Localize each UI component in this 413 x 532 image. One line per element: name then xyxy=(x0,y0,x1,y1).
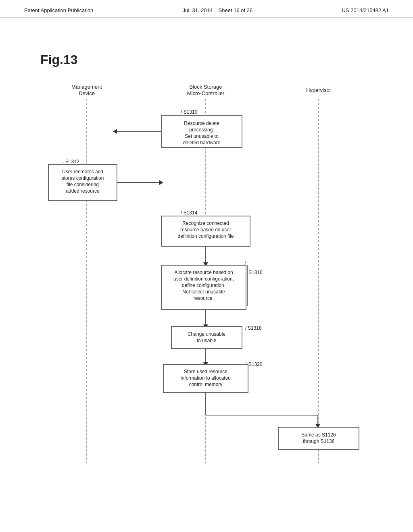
figure-title: Fig.13 xyxy=(40,52,77,67)
svg-text:to usable: to usable xyxy=(197,338,217,343)
arrowhead-right-s1314 xyxy=(159,180,163,185)
svg-text:added resource: added resource xyxy=(66,188,100,194)
svg-text:define configuration.: define configuration. xyxy=(182,283,225,288)
svg-text:resource based on user: resource based on user xyxy=(180,227,231,233)
header-patent-number: US 2014/215482 A1 xyxy=(342,7,389,13)
svg-text:/: / xyxy=(245,325,247,331)
svg-text:control memory: control memory xyxy=(189,382,223,387)
svg-text:Allocate resource based on: Allocate resource based on xyxy=(174,270,233,275)
page: Patent Application Publication Jul. 31, … xyxy=(0,0,413,532)
svg-text:definition configuration file: definition configuration file xyxy=(178,233,234,239)
svg-text:user definition configuration,: user definition configuration, xyxy=(173,276,234,282)
svg-text:stores configuration: stores configuration xyxy=(62,175,104,181)
step-label-s1318: S1318 xyxy=(248,325,262,331)
svg-text:information to allocated: information to allocated xyxy=(181,375,231,381)
step-label-s1310: / S1310 xyxy=(181,109,198,115)
svg-text:resource.: resource. xyxy=(194,295,214,301)
col-management-device: Management xyxy=(71,84,102,90)
svg-text:through S1136: through S1136 xyxy=(303,438,335,444)
svg-text:Set unusable to: Set unusable to xyxy=(185,133,219,139)
svg-text:deleted hardware: deleted hardware xyxy=(183,140,221,145)
svg-text:Store used resource: Store used resource xyxy=(184,369,227,374)
svg-text:file considering: file considering xyxy=(67,182,99,187)
svg-text:processing:: processing: xyxy=(189,127,214,133)
step-label-s1314: / S1314 xyxy=(181,210,198,216)
header-sheet: Sheet 16 of 26 xyxy=(219,7,253,13)
svg-text:Micro-Controller: Micro-Controller xyxy=(187,90,225,96)
svg-text:Change unusable: Change unusable xyxy=(188,331,225,337)
step-label-s1320: S1320 xyxy=(248,362,263,367)
step-label-s1316: S1316 xyxy=(248,270,263,275)
svg-text:.: . xyxy=(63,159,64,164)
header-publication: Patent Application Publication xyxy=(24,7,93,13)
col-block-storage: Block Storage xyxy=(190,84,222,90)
svg-text:Not select unusable: Not select unusable xyxy=(182,289,225,295)
svg-text:User recreates and: User recreates and xyxy=(62,169,103,175)
header-date-sheet: Jul. 31, 2014 Sheet 16 of 26 xyxy=(183,7,252,13)
svg-text:Resource delete: Resource delete xyxy=(184,121,219,126)
header-date: Jul. 31, 2014 xyxy=(183,7,213,13)
header: Patent Application Publication Jul. 31, … xyxy=(0,0,413,18)
svg-text:Same as S1126: Same as S1126 xyxy=(301,432,336,438)
col-hypervisor: Hypervisor xyxy=(306,87,332,93)
step-label-s1312: S1312 xyxy=(65,159,79,164)
svg-text:Recognize connected: Recognize connected xyxy=(182,220,229,226)
arrowhead-left-s1312 xyxy=(113,129,117,134)
svg-text:Device: Device xyxy=(79,90,95,96)
